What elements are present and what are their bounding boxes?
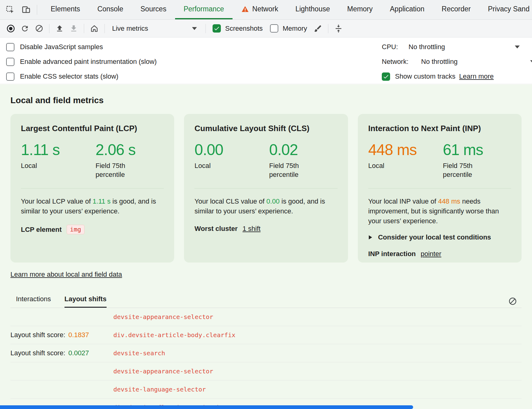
layout-shift-row: Layout shift score: 0.0027 devsite-searc…: [10, 344, 522, 362]
local-test-conditions-disclosure[interactable]: Consider your local test conditions: [368, 233, 511, 241]
cls-local-value: 0.00: [194, 142, 269, 158]
cls-field-value: 0.02: [269, 142, 311, 158]
screenshots-toggle: Screenshots: [213, 24, 263, 33]
home-button[interactable]: [87, 21, 101, 36]
tab-recorder[interactable]: Recorder: [433, 0, 479, 19]
layout-shift-row: devsite-language-selector: [10, 380, 522, 399]
clear-log-button[interactable]: [508, 297, 517, 306]
device-toolbar-button[interactable]: [19, 3, 33, 17]
lcp-local-value: 1.11 s: [21, 142, 96, 158]
inp-card-title: Interaction to Next Paint (INP): [368, 124, 511, 133]
cls-field-label: Field 75th percentile: [269, 161, 311, 179]
divider: [368, 188, 511, 189]
metric-card-inp: Interaction to Next Paint (INP) 448 ms L…: [358, 114, 522, 263]
score-label: Layout shift score:: [10, 349, 65, 357]
inspect-element-button[interactable]: [3, 3, 17, 17]
tab-elements[interactable]: Elements: [42, 0, 89, 19]
worst-cluster-link[interactable]: 1 shift: [243, 225, 261, 233]
inp-local-label: Local: [368, 161, 410, 170]
tab-privacy-sandbox[interactable]: Privacy Sand: [479, 0, 532, 19]
chevron-down-icon[interactable]: [530, 60, 532, 63]
screenshots-checkbox[interactable]: [213, 24, 221, 33]
custom-tracks-label: Show custom tracks: [395, 72, 456, 80]
reload-icon: [21, 24, 29, 33]
inp-interaction-link[interactable]: pointer: [421, 250, 441, 258]
cls-values: 0.00 Local 0.02 Field 75th percentile: [194, 142, 337, 179]
chevron-down-icon[interactable]: [515, 45, 520, 49]
layout-shift-rows: devsite-appearance-selector Layout shift…: [10, 308, 522, 409]
throttling-settings: CPU: No throttling Network: No throttlin…: [382, 40, 532, 84]
network-label: Network:: [382, 58, 421, 66]
live-metrics-log: Interactions Layout shifts devsite-appea…: [10, 293, 522, 409]
clear-icon: [508, 297, 517, 306]
tab-performance[interactable]: Performance: [175, 0, 233, 19]
lcp-card-title: Largest Contentful Paint (LCP): [21, 124, 164, 133]
cpu-throttling-select[interactable]: No throttling: [409, 43, 445, 51]
check-icon: [213, 25, 220, 32]
horizontal-scrollbar-thumb[interactable]: [0, 405, 413, 409]
network-throttling-select[interactable]: No throttling: [421, 58, 458, 66]
inp-field-label: Field 75th percentile: [443, 161, 484, 179]
score-label: Layout shift score:: [10, 331, 65, 339]
cls-worst-cluster-row: Worst cluster 1 shift: [194, 225, 337, 233]
inp-description: Your local INP value of 448 ms needs imp…: [368, 197, 511, 226]
lcp-field-label: Field 75th percentile: [96, 161, 137, 179]
clear-button[interactable]: [32, 21, 46, 36]
layout-shift-row: devsite-appearance-selector: [10, 362, 522, 380]
tab-memory[interactable]: Memory: [338, 0, 381, 19]
tab-network[interactable]: Network: [233, 0, 287, 19]
lcp-field-value: 2.06 s: [96, 142, 137, 158]
divider: [84, 24, 84, 33]
node-link[interactable]: devsite-appearance-selector: [113, 313, 213, 321]
score-value: 0.1837: [68, 331, 89, 339]
load-profile-button[interactable]: [53, 21, 67, 36]
shortcuts-dialog-button[interactable]: [331, 21, 346, 36]
tab-sources[interactable]: Sources: [132, 0, 175, 19]
vertical-align-center-icon: [334, 24, 343, 33]
live-metrics-select[interactable]: Live metrics: [109, 22, 201, 35]
custom-tracks-learn-more-link[interactable]: Learn more: [459, 72, 494, 80]
metric-card-lcp: Largest Contentful Paint (LCP) 1.11 s Lo…: [10, 114, 174, 263]
record-button[interactable]: [4, 21, 18, 36]
devtools-tab-bar: Elements Console Sources Performance Net…: [0, 0, 532, 20]
layout-shift-row: Layout shift score: 0.1837 div.devsite-a…: [10, 326, 522, 344]
disable-js-samples-checkbox[interactable]: [6, 43, 14, 51]
check-icon: [383, 73, 389, 80]
node-link[interactable]: devsite-language-selector: [113, 386, 206, 393]
setting-label: Disable JavaScript samples: [20, 43, 103, 51]
network-throttling-row: Network: No throttling: [382, 55, 532, 69]
show-custom-tracks-checkbox[interactable]: [382, 72, 390, 81]
record-and-reload-button[interactable]: [18, 21, 32, 36]
worst-cluster-label: Worst cluster: [194, 225, 237, 233]
node-link[interactable]: devsite-search: [113, 349, 165, 357]
panel-tabs: Elements Console Sources Performance Net…: [42, 0, 532, 19]
tab-layout-shifts[interactable]: Layout shifts: [65, 295, 107, 308]
css-selector-stats-checkbox[interactable]: [6, 72, 14, 81]
lcp-element-row: LCP element img: [21, 225, 164, 234]
inp-interaction-row: INP interaction pointer: [368, 250, 511, 258]
lcp-description: Your local LCP value of 1.11 s is good, …: [21, 197, 164, 216]
tab-application[interactable]: Application: [381, 0, 433, 19]
performance-toolbar: Live metrics Screenshots Memory: [0, 20, 532, 37]
advanced-paint-checkbox[interactable]: [6, 58, 14, 66]
inp-interaction-label: INP interaction: [368, 250, 416, 258]
memory-checkbox[interactable]: [270, 24, 278, 33]
collect-garbage-button[interactable]: [311, 21, 325, 36]
lcp-element-node-link[interactable]: img: [67, 225, 84, 234]
tab-console[interactable]: Console: [89, 0, 132, 19]
lcp-values: 1.11 s Local 2.06 s Field 75th percentil…: [21, 142, 164, 179]
cls-description: Your local CLS value of 0.00 is good, an…: [194, 197, 337, 216]
tab-bar-tools: [0, 0, 42, 19]
local-field-learn-more-link[interactable]: Learn more about local and field data: [10, 271, 122, 279]
tab-lighthouse[interactable]: Lighthouse: [287, 0, 339, 19]
node-link[interactable]: div.devsite-article-body.clearfix: [113, 331, 235, 339]
score-value: 0.0027: [68, 349, 89, 357]
brush-icon: [314, 24, 322, 33]
setting-label: Enable advanced paint instrumentation (s…: [20, 58, 157, 66]
warning-icon: [241, 6, 249, 13]
tab-interactions[interactable]: Interactions: [16, 295, 51, 308]
cpu-label: CPU:: [382, 43, 409, 51]
node-link[interactable]: devsite-appearance-selector: [113, 368, 213, 375]
save-profile-button[interactable]: [67, 21, 81, 36]
metric-card-cls: Cumulative Layout Shift (CLS) 0.00 Local…: [184, 114, 348, 263]
